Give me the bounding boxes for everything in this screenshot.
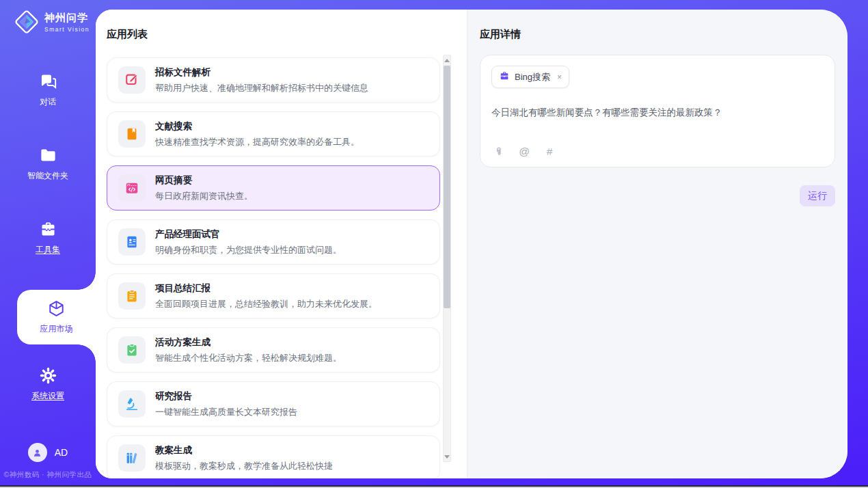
- sidebar-item-label: 工具集: [36, 244, 60, 256]
- app-card-text: 产品经理面试官明确身份和职责，为您提供专业性的面试问题。: [155, 228, 342, 256]
- app-card-book[interactable]: 文献搜索快速精准查找学术资源，提高研究效率的必备工具。: [107, 111, 440, 157]
- sidebar-item-label: 对话: [40, 96, 56, 108]
- app-card-name: 活动方案生成: [155, 336, 342, 349]
- sidebar-item-label: 智能文件夹: [27, 170, 68, 182]
- scrollbar[interactable]: [443, 55, 451, 462]
- app-card-books[interactable]: 教案生成模板驱动，教案秒成，教学准备从此轻松快捷: [107, 435, 440, 478]
- attachment-icon[interactable]: [493, 146, 505, 158]
- app-card-name: 招标文件解析: [155, 66, 368, 79]
- app-card-description: 智能生成个性化活动方案，轻松解决规划难题。: [155, 352, 342, 364]
- sidebar-item-chat[interactable]: 对话: [0, 68, 96, 112]
- toolbox-icon: [39, 220, 57, 239]
- scroll-up-arrow[interactable]: [444, 56, 450, 64]
- gear-icon: [39, 366, 57, 385]
- book-icon: [118, 120, 146, 148]
- run-row: 运行: [480, 185, 835, 206]
- hashtag-icon[interactable]: #: [543, 146, 556, 158]
- user-avatar-icon: [28, 443, 47, 462]
- app-card-microscope[interactable]: 研究报告一键智能生成高质量长文本研究报告: [107, 381, 440, 426]
- resume-icon: [118, 228, 146, 256]
- clipboard-icon: [118, 282, 146, 310]
- app-card-description: 快速精准查找学术资源，提高研究效率的必备工具。: [155, 136, 360, 148]
- bottom-edge-divider: [0, 485, 868, 488]
- browser-code-icon: [118, 174, 146, 202]
- app-card-description: 一键智能生成高质量长文本研究报告: [155, 406, 297, 418]
- brand: 神州问学 Smart Vision: [0, 0, 96, 35]
- folder-icon: [39, 146, 57, 165]
- app-card-text: 活动方案生成智能生成个性化活动方案，轻松解决规划难题。: [155, 336, 342, 364]
- app-detail-title: 应用详情: [480, 27, 835, 41]
- sidebar-item-gear[interactable]: 系统设置: [0, 362, 96, 406]
- user-name: AD: [55, 447, 68, 458]
- app-card-name: 项目总结汇报: [155, 282, 377, 295]
- briefcase-icon: [499, 70, 510, 83]
- sidebar: 神州问学 Smart Vision 对话智能文件夹工具集应用市场系统设置 AD …: [0, 0, 96, 488]
- app-card-name: 教案生成: [155, 444, 333, 457]
- brand-subtitle: Smart Vision: [44, 26, 90, 33]
- scrollbar-thumb[interactable]: [444, 66, 450, 308]
- chip-close-icon[interactable]: ×: [557, 72, 562, 82]
- app-card-name: 研究报告: [155, 390, 297, 403]
- app-card-text: 教案生成模板驱动，教案秒成，教学准备从此轻松快捷: [155, 444, 333, 472]
- sidebar-item-label: 系统设置: [31, 390, 64, 402]
- app-card-clipboard-check[interactable]: 活动方案生成智能生成个性化活动方案，轻松解决规划难题。: [107, 327, 440, 372]
- prompt-toolbar: @ #: [493, 146, 556, 158]
- app-card-name: 产品经理面试官: [155, 228, 342, 241]
- chat-icon: [39, 72, 57, 91]
- copyright: ©神州数码 · 神州问学出品: [0, 470, 96, 480]
- app-list-title: 应用列表: [107, 27, 467, 41]
- app-card-resume[interactable]: 产品经理面试官明确身份和职责，为您提供专业性的面试问题。: [107, 219, 440, 265]
- app-card-text: 项目总结汇报全面回顾项目进展，总结经验教训，助力未来优化发展。: [155, 282, 377, 310]
- cube-icon: [47, 299, 66, 318]
- app-card-name: 网页摘要: [155, 174, 253, 187]
- brand-diamond-logo-icon: [14, 9, 40, 35]
- sidebar-footer: AD ©神州数码 · 神州问学出品: [0, 443, 96, 480]
- app-card-description: 每日政府新闻资讯快查。: [155, 190, 253, 202]
- app-cards: 招标文件解析帮助用户快速、准确地理解和解析招标书中的关键信息文献搜索快速精准查找…: [107, 57, 440, 478]
- app-card-description: 全面回顾项目进展，总结经验教训，助力未来优化发展。: [155, 298, 377, 310]
- app-card-text: 研究报告一键智能生成高质量长文本研究报告: [155, 390, 297, 418]
- edit-doc-icon: [118, 66, 146, 94]
- microscope-icon: [118, 390, 146, 418]
- scroll-down-arrow[interactable]: [444, 452, 450, 461]
- app-card-clipboard[interactable]: 项目总结汇报全面回顾项目进展，总结经验教训，助力未来优化发展。: [107, 273, 440, 318]
- app-card-text: 网页摘要每日政府新闻资讯快查。: [155, 174, 253, 202]
- user-menu[interactable]: AD: [0, 443, 96, 462]
- app-card-description: 帮助用户快速、准确地理解和解析招标书中的关键信息: [155, 82, 368, 94]
- app-card-text: 文献搜索快速精准查找学术资源，提高研究效率的必备工具。: [155, 120, 360, 148]
- tool-chip-bing-search[interactable]: Bing搜索 ×: [491, 66, 569, 88]
- content-area: 应用列表 招标文件解析帮助用户快速、准确地理解和解析招标书中的关键信息文献搜索快…: [96, 10, 847, 478]
- app-card-edit-doc[interactable]: 招标文件解析帮助用户快速、准确地理解和解析招标书中的关键信息: [107, 57, 440, 103]
- prompt-card: Bing搜索 × 今日湖北有哪些新闻要点？有哪些需要关注的最新政策？ @ #: [480, 55, 835, 167]
- app-list-panel: 应用列表 招标文件解析帮助用户快速、准确地理解和解析招标书中的关键信息文献搜索快…: [96, 10, 467, 478]
- app-card-browser-code[interactable]: 网页摘要每日政府新闻资讯快查。: [107, 165, 440, 211]
- app-card-name: 文献搜索: [155, 120, 360, 133]
- app-list: 招标文件解析帮助用户快速、准确地理解和解析招标书中的关键信息文献搜索快速精准查找…: [107, 55, 440, 478]
- sidebar-item-label: 应用市场: [40, 323, 73, 335]
- app-card-description: 明确身份和职责，为您提供专业性的面试问题。: [155, 244, 342, 256]
- brand-text: 神州问学 Smart Vision: [44, 12, 90, 33]
- sidebar-item-cube[interactable]: 应用市场: [17, 290, 96, 344]
- tool-chip-label: Bing搜索: [515, 71, 550, 83]
- books-icon: [118, 444, 146, 472]
- sidebar-item-folder[interactable]: 智能文件夹: [0, 142, 96, 186]
- prompt-text[interactable]: 今日湖北有哪些新闻要点？有哪些需要关注的最新政策？: [491, 106, 824, 120]
- sidebar-item-toolbox[interactable]: 工具集: [0, 216, 96, 260]
- app-card-description: 模板驱动，教案秒成，教学准备从此轻松快捷: [155, 460, 333, 472]
- app-card-text: 招标文件解析帮助用户快速、准确地理解和解析招标书中的关键信息: [155, 66, 368, 94]
- brand-name: 神州问学: [44, 12, 90, 25]
- app-detail-panel: 应用详情 Bing搜索 × 今日湖北有哪些新闻要点？有哪些需要关注的最新政策？ …: [467, 10, 847, 478]
- clipboard-check-icon: [118, 336, 146, 364]
- mention-icon[interactable]: @: [518, 146, 530, 158]
- run-button[interactable]: 运行: [800, 185, 835, 206]
- sidebar-nav: 对话智能文件夹工具集应用市场系统设置: [0, 35, 96, 406]
